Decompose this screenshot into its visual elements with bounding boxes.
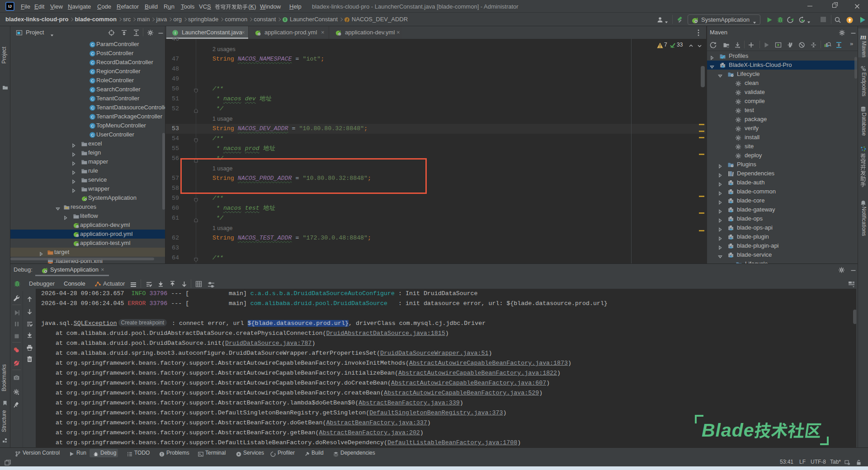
svg-text:C: C bbox=[91, 106, 94, 110]
svg-text:m: m bbox=[730, 200, 732, 204]
svg-text:m: m bbox=[730, 218, 732, 222]
svg-text:m: m bbox=[730, 227, 732, 231]
svg-text:m: m bbox=[722, 65, 724, 69]
svg-text:C: C bbox=[91, 133, 94, 137]
svg-text:C: C bbox=[91, 61, 94, 65]
svg-text:I: I bbox=[285, 17, 286, 22]
svg-text:m: m bbox=[730, 209, 732, 213]
svg-text:C: C bbox=[91, 42, 94, 47]
svg-text:C: C bbox=[91, 79, 94, 83]
svg-text:C: C bbox=[91, 52, 94, 56]
svg-text:m: m bbox=[730, 191, 732, 195]
svg-text:C: C bbox=[91, 115, 94, 119]
svg-text:m: m bbox=[730, 236, 732, 240]
svg-text:C: C bbox=[91, 124, 94, 128]
svg-text:C: C bbox=[91, 97, 94, 101]
svg-text:m: m bbox=[730, 182, 732, 186]
svg-text:m: m bbox=[730, 245, 732, 249]
svg-text:C: C bbox=[91, 88, 94, 92]
svg-text:C: C bbox=[91, 70, 94, 74]
svg-text:m: m bbox=[730, 254, 732, 258]
